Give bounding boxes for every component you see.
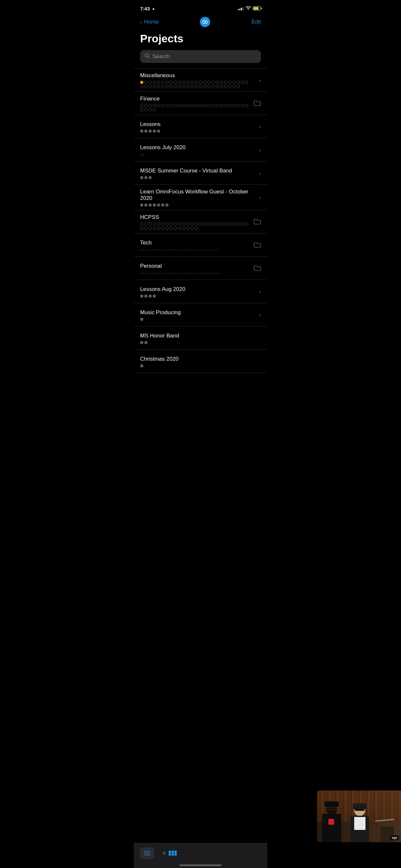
folder-icon xyxy=(254,265,261,273)
project-name: Lessons July 2020 xyxy=(140,144,257,151)
list-item[interactable]: Tech ››››››››››››››››››››››››››››››››››› xyxy=(134,234,267,257)
list-item[interactable]: MS Honor Band xyxy=(134,327,267,350)
chevron-right-icon: › xyxy=(259,312,261,318)
project-content-hcpss: HCPSS xyxy=(140,214,251,230)
project-list: Miscellaneous xyxy=(134,68,267,412)
list-item[interactable]: Finance xyxy=(134,92,267,115)
svg-line-4 xyxy=(148,57,150,58)
folder-icon xyxy=(254,218,261,226)
search-container: Search xyxy=(134,50,267,68)
signal-bar-4 xyxy=(243,7,244,10)
list-item[interactable]: Music Producing › xyxy=(134,303,267,327)
back-chevron-icon: ‹ xyxy=(140,19,142,26)
page-title: Projects xyxy=(134,31,267,50)
project-content-ms-honor-band: MS Honor Band xyxy=(140,333,261,344)
project-dots xyxy=(140,81,250,88)
project-content-finance: Finance xyxy=(140,96,251,112)
project-dots xyxy=(140,294,250,298)
status-icons xyxy=(238,6,261,11)
list-item[interactable]: Learn OmniFocus Workflow Guest - October… xyxy=(134,185,267,210)
back-label: Home xyxy=(144,19,158,25)
project-name: Lessons Aug 2020 xyxy=(140,286,257,292)
project-name: MSDE Summer Course - Virtual Band xyxy=(140,167,257,174)
project-dots xyxy=(140,176,250,179)
project-dots xyxy=(140,318,250,321)
project-name: Tech xyxy=(140,240,251,246)
folder-icon xyxy=(254,99,261,108)
project-name: Miscellaneous xyxy=(140,72,257,79)
location-icon: ▲ xyxy=(152,6,155,10)
chevron-right-icon: › xyxy=(259,170,261,176)
project-content-personal: Personal ›››››››››››››››››››››››››››››››… xyxy=(140,263,251,275)
list-item[interactable]: Personal ›››››››››››››››››››››››››››››››… xyxy=(134,257,267,280)
list-item[interactable]: Christmas 2020 xyxy=(134,350,267,373)
project-name: Learn OmniFocus Workflow Guest - October… xyxy=(140,189,257,202)
status-bar: 7:43 ▲ xyxy=(134,0,267,14)
project-content-lessons: Lessons xyxy=(140,121,257,133)
project-name: Personal xyxy=(140,263,251,269)
signal-bars xyxy=(238,6,244,10)
back-button[interactable]: ‹ Home xyxy=(140,19,158,26)
list-item[interactable]: Lessons July 2020 › xyxy=(134,138,267,161)
project-name: Lessons xyxy=(140,121,257,128)
list-item[interactable]: Miscellaneous xyxy=(134,68,267,92)
svg-text:››››››››››››››››››››››››››››››: ›››››››››››››››››››››››››››››››››››› xyxy=(140,271,222,275)
project-name: Music Producing xyxy=(140,309,257,316)
svg-point-0 xyxy=(248,9,249,10)
project-dots: ››››››››››››››››››››››››››››››››››› xyxy=(140,248,237,251)
project-dots xyxy=(140,341,250,344)
spinner-dot xyxy=(140,153,143,156)
signal-bar-1 xyxy=(238,9,239,10)
nav-center xyxy=(200,17,210,27)
project-content-omnifocus: Learn OmniFocus Workflow Guest - October… xyxy=(140,189,257,207)
wifi-icon xyxy=(246,6,251,11)
status-time: 7:43 ▲ xyxy=(140,6,155,11)
project-content-lessons-july: Lessons July 2020 xyxy=(140,144,257,156)
signal-bar-2 xyxy=(240,8,241,10)
project-content-christmas: Christmas 2020 xyxy=(140,356,261,368)
project-dots xyxy=(140,104,250,112)
project-content-msde: MSDE Summer Course - Virtual Band xyxy=(140,167,257,179)
project-dots xyxy=(140,129,250,133)
project-dots: ›››››››››››››››››››››››››››››››››››› xyxy=(140,271,237,275)
search-bar[interactable]: Search xyxy=(140,50,261,63)
search-placeholder: Search xyxy=(152,53,170,60)
nav-bar: ‹ Home Edit xyxy=(134,14,267,31)
project-name: Finance xyxy=(140,96,251,102)
list-item[interactable]: Lessons › xyxy=(134,115,267,138)
project-content-music-producing: Music Producing xyxy=(140,309,257,321)
project-dots xyxy=(140,364,250,368)
chevron-right-icon: › xyxy=(259,147,261,153)
edit-button[interactable]: Edit xyxy=(251,19,261,25)
list-item[interactable]: MSDE Summer Course - Virtual Band › xyxy=(134,161,267,185)
project-name: MS Honor Band xyxy=(140,333,261,339)
list-item[interactable]: Lessons Aug 2020 › xyxy=(134,280,267,303)
folder-icon xyxy=(254,241,261,250)
search-icon xyxy=(145,53,150,60)
list-item[interactable]: HCPSS xyxy=(134,210,267,234)
eye-icon[interactable] xyxy=(200,17,210,27)
project-dots xyxy=(140,153,250,156)
chevron-right-icon: › xyxy=(259,195,261,200)
svg-point-2 xyxy=(204,21,206,23)
svg-text:››››››››››››››››››››››››››››››: ››››››››››››››››››››››››››››››››››› xyxy=(140,248,220,251)
project-content-miscellaneous: Miscellaneous xyxy=(140,72,257,88)
project-content-tech: Tech ››››››››››››››››››››››››››››››››››› xyxy=(140,240,251,251)
project-content-lessons-aug: Lessons Aug 2020 xyxy=(140,286,257,298)
project-name: HCPSS xyxy=(140,214,251,221)
chevron-right-icon: › xyxy=(259,289,261,295)
chevron-right-icon: › xyxy=(259,124,261,130)
battery-icon xyxy=(253,6,261,10)
project-dots xyxy=(140,204,250,207)
project-dots xyxy=(140,222,250,230)
project-name: Christmas 2020 xyxy=(140,356,261,362)
chevron-right-icon: › xyxy=(259,78,261,83)
signal-bar-3 xyxy=(241,8,242,10)
